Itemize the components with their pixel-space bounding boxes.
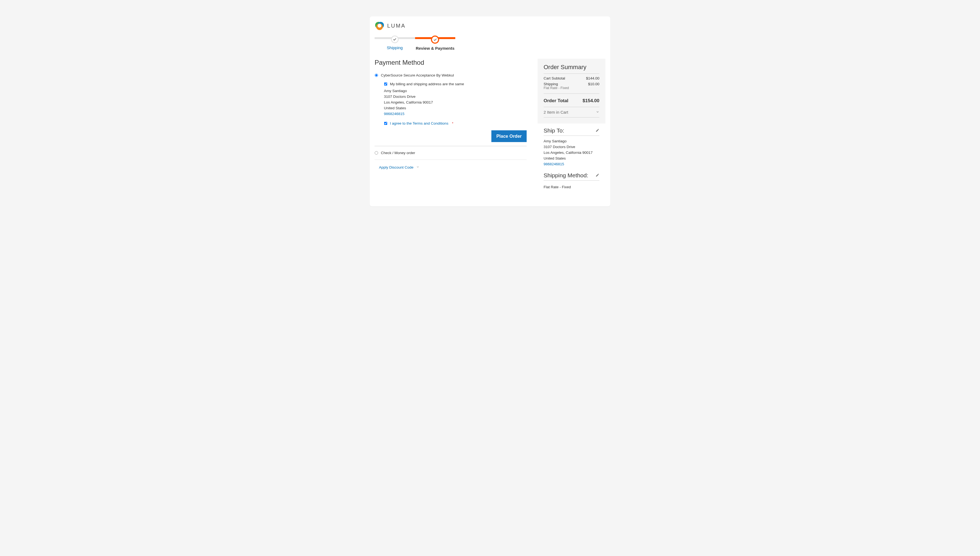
payment-radio-cybersource[interactable]: [374, 73, 378, 77]
ship-to-address: Amy Santiago 3107 Doctors Drive Los Ange…: [544, 139, 599, 167]
billing-country: United States: [384, 105, 526, 111]
scroll-container[interactable]: LUMA Shipping Review & Payments: [370, 16, 610, 206]
shipto-city: Los Angeles, California 90017: [544, 150, 599, 156]
ship-to-section: Ship To: Amy Santiago 3107 Doctors Drive…: [538, 123, 606, 170]
logo-icon: [374, 21, 384, 31]
shipto-phone[interactable]: 9868246815: [544, 162, 599, 167]
shipto-name: Amy Santiago: [544, 139, 599, 144]
apply-discount-toggle[interactable]: Apply Discount Code: [374, 164, 526, 171]
total-label: Order Total: [544, 98, 568, 103]
cart-items-label: 2 Item in Cart: [544, 110, 568, 115]
edit-ship-to-icon[interactable]: [596, 128, 599, 133]
billing-address: Amy Santiago 3107 Doctors Drive Los Ange…: [384, 88, 526, 117]
shipping-value: $10.00: [588, 82, 599, 86]
billing-city: Los Angeles, California 90017: [384, 100, 526, 105]
payment-radio-check[interactable]: [374, 151, 378, 154]
total-value: $154.00: [583, 98, 599, 103]
checkout-window: LUMA Shipping Review & Payments: [370, 16, 610, 206]
shipto-country: United States: [544, 156, 599, 162]
terms-link[interactable]: I agree to the Terms and Conditions: [390, 121, 449, 125]
payment-option-check-label: Check / Money order: [381, 151, 415, 155]
payment-option-cybersource-label: CyberSource Secure Acceptance By Webkul: [381, 73, 454, 77]
shipping-method-value: Flat Rate - Fixed: [544, 183, 599, 189]
cart-items-toggle[interactable]: 2 Item in Cart: [544, 107, 599, 116]
payment-option-cybersource[interactable]: CyberSource Secure Acceptance By Webkul: [374, 73, 526, 78]
step-review-icon: [431, 36, 439, 44]
step-shipping-icon: [391, 36, 398, 43]
step-shipping-label[interactable]: Shipping: [387, 45, 403, 50]
edit-shipping-method-icon[interactable]: [596, 173, 599, 178]
chevron-down-icon: [416, 165, 420, 170]
chevron-down-icon: [596, 110, 599, 115]
shipping-method-section: Shipping Method: Flat Rate - Fixed: [538, 170, 606, 192]
apply-discount-label: Apply Discount Code: [379, 165, 413, 170]
logo: LUMA: [374, 20, 606, 31]
page-title: Payment Method: [374, 59, 526, 66]
shipping-method-title: Shipping Method:: [544, 171, 588, 180]
order-summary: Order Summary Cart Subtotal $144.00 Ship…: [538, 59, 606, 123]
payment-option-check[interactable]: Check / Money order: [374, 150, 526, 156]
shipping-label: Shipping: [544, 82, 569, 86]
side-column: Order Summary Cart Subtotal $144.00 Ship…: [538, 59, 606, 192]
order-summary-title: Order Summary: [544, 64, 599, 71]
shipto-street: 3107 Doctors Drive: [544, 144, 599, 150]
svg-point-3: [377, 24, 381, 27]
billing-name: Amy Santiago: [384, 88, 526, 94]
billing-phone[interactable]: 9868246815: [384, 111, 526, 117]
billing-same-row[interactable]: My billing and shipping address are the …: [384, 82, 526, 86]
terms-checkbox[interactable]: [384, 121, 387, 125]
shipping-sublabel: Flat Rate - Fixed: [544, 86, 569, 90]
progress-bar: Shipping Review & Payments: [374, 36, 455, 50]
required-asterisk: *: [452, 121, 454, 125]
billing-same-checkbox[interactable]: [384, 82, 387, 86]
subtotal-value: $144.00: [586, 76, 599, 80]
terms-row[interactable]: I agree to the Terms and Conditions *: [384, 121, 526, 125]
ship-to-title: Ship To:: [544, 126, 564, 136]
billing-street: 3107 Doctors Drive: [384, 94, 526, 100]
subtotal-label: Cart Subtotal: [544, 76, 565, 80]
step-review-label: Review & Payments: [416, 46, 454, 50]
place-order-button[interactable]: Place Order: [491, 130, 526, 142]
brand-text: LUMA: [387, 23, 406, 29]
main-column: Payment Method CyberSource Secure Accept…: [374, 59, 526, 171]
billing-same-label: My billing and shipping address are the …: [390, 82, 464, 86]
